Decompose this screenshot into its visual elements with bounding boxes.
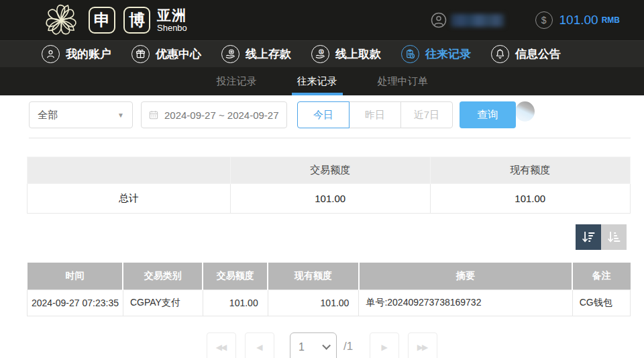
nav-label: 优惠中心: [156, 46, 201, 62]
page: 申 博 亚洲 Shenbo $ 101.00 RMB: [0, 0, 644, 358]
yesterday-button[interactable]: 昨日: [349, 101, 401, 128]
username-redacted[interactable]: [451, 14, 504, 27]
cell-current-amount: 101.00: [268, 289, 359, 316]
page-select[interactable]: 1: [290, 332, 337, 358]
dollar-coin-icon: $: [535, 11, 553, 29]
table-row: 2024-09-27 07:23:35 CGPAY支付 101.00 101.0…: [28, 289, 631, 316]
sub-nav: 投注记录 往来记录 处理中订单: [0, 67, 644, 95]
filter-row: 全部 ▼ 2024-09-27 ~ 2024-09-27 今日 昨日 近7日 查…: [29, 101, 644, 128]
nav-label: 线上存款: [246, 46, 291, 62]
chevron-down-icon: ▼: [117, 111, 124, 119]
content-area: 全部 ▼ 2024-09-27 ~ 2024-09-27 今日 昨日 近7日 查…: [0, 101, 644, 358]
cell-type: CGPAY支付: [123, 289, 203, 316]
nav-item-withdraw[interactable]: $ 线上取款: [311, 45, 381, 63]
tab-betting-records[interactable]: 投注记录: [211, 67, 262, 95]
user-icon: [42, 45, 60, 63]
last-7-days-button[interactable]: 近7日: [400, 101, 453, 128]
summary-header-current-amount: 现有额度: [430, 157, 630, 184]
cell-trade-amount: 101.00: [203, 289, 268, 316]
records-clipboard-clock-icon: [401, 45, 419, 63]
nav-label: 往来记录: [425, 46, 471, 62]
summary-trade-amount: 101.00: [230, 184, 430, 214]
user-avatar-icon[interactable]: [431, 12, 447, 28]
col-remark: 备注: [572, 263, 630, 289]
nav-item-my-account[interactable]: 我的账户: [42, 45, 111, 63]
logo-brand-text: Shenbo: [157, 24, 187, 32]
cell-time: 2024-09-27 07:23:35: [28, 289, 123, 316]
search-button[interactable]: 查询: [460, 101, 516, 128]
logo-char-box: 博: [123, 7, 150, 34]
top-bar: 申 博 亚洲 Shenbo $ 101.00 RMB: [0, 0, 644, 40]
chevron-down-icon: [322, 341, 331, 350]
summary-header-row: 交易额度 现有额度: [28, 157, 631, 184]
page-select-value: 1: [299, 341, 305, 353]
nav-item-transaction-records[interactable]: 往来记录: [401, 45, 471, 63]
page-total-label: /1: [343, 340, 353, 353]
pagination: ◀◀ ◀ 1 /1 ▶ ▶▶: [0, 332, 644, 358]
nav-item-deposit[interactable]: 线上存款: [221, 45, 291, 63]
cell-remark: CG钱包: [572, 289, 630, 316]
summary-total-label: 总计: [28, 184, 231, 214]
nav-item-promotions[interactable]: 优惠中心: [131, 45, 201, 63]
tab-transaction-records[interactable]: 往来记录: [292, 67, 343, 95]
calendar-icon: [148, 109, 159, 120]
tab-processing-orders[interactable]: 处理中订单: [372, 67, 433, 95]
summary-header-trade-amount: 交易额度: [230, 157, 430, 184]
next-page-button[interactable]: ▶: [370, 332, 399, 358]
bell-icon: [491, 45, 509, 63]
type-filter-value: 全部: [38, 109, 58, 122]
type-filter-select[interactable]: 全部 ▼: [29, 101, 133, 128]
prev-page-button[interactable]: ◀: [245, 332, 274, 358]
sort-controls: [0, 224, 627, 250]
logo-region-text: 亚洲: [157, 8, 187, 22]
summary-header-empty: [28, 157, 231, 184]
quick-date-buttons: 今日 昨日 近7日: [297, 101, 453, 128]
first-page-button[interactable]: ◀◀: [207, 332, 236, 358]
cell-summary: 单号:202409273738169732: [359, 289, 572, 316]
nav-label: 信息公告: [515, 46, 561, 62]
col-type: 交易类别: [123, 263, 203, 289]
nav-item-announcements[interactable]: 信息公告: [491, 45, 561, 63]
col-summary: 摘要: [359, 263, 572, 289]
nav-label: 我的账户: [66, 46, 111, 62]
date-range-input[interactable]: 2024-09-27 ~ 2024-09-27: [141, 101, 287, 128]
col-trade-amount: 交易额度: [203, 263, 268, 289]
date-range-value: 2024-09-27 ~ 2024-09-27: [164, 109, 279, 121]
sort-ascending-button[interactable]: [601, 224, 627, 250]
site-logo[interactable]: 申 博 亚洲 Shenbo: [42, 1, 187, 39]
sort-ascending-icon: [606, 229, 622, 245]
records-header-row: 时间 交易类别 交易额度 现有额度 摘要 备注: [28, 263, 631, 289]
balance-currency: RMB: [602, 15, 620, 25]
nav-label: 线上取款: [335, 46, 381, 62]
sort-descending-icon: [580, 229, 596, 245]
last-page-button[interactable]: ▶▶: [408, 332, 437, 358]
today-button[interactable]: 今日: [297, 101, 350, 128]
sort-descending-button[interactable]: [576, 224, 601, 250]
withdraw-hand-coin-icon: $: [311, 45, 329, 63]
divider: [29, 138, 631, 138]
col-time: 时间: [28, 263, 123, 289]
col-current-amount: 现有额度: [268, 263, 359, 289]
gift-icon: [131, 45, 150, 63]
main-nav: 我的账户 优惠中心 线上存款 $ 线上取款 往来记录: [0, 40, 644, 67]
records-table: 时间 交易类别 交易额度 现有额度 摘要 备注 2024-09-27 07:23…: [27, 263, 631, 316]
balance-amount[interactable]: 101.00: [559, 13, 598, 28]
deposit-hand-coin-icon: [221, 45, 239, 63]
logo-char-box: 申: [89, 7, 115, 34]
flower-logo-icon: [42, 1, 80, 39]
summary-total-row: 总计 101.00 101.00: [28, 184, 631, 214]
summary-table: 交易额度 现有额度 总计 101.00 101.00: [27, 156, 631, 214]
summary-current-amount: 101.00: [430, 184, 630, 214]
